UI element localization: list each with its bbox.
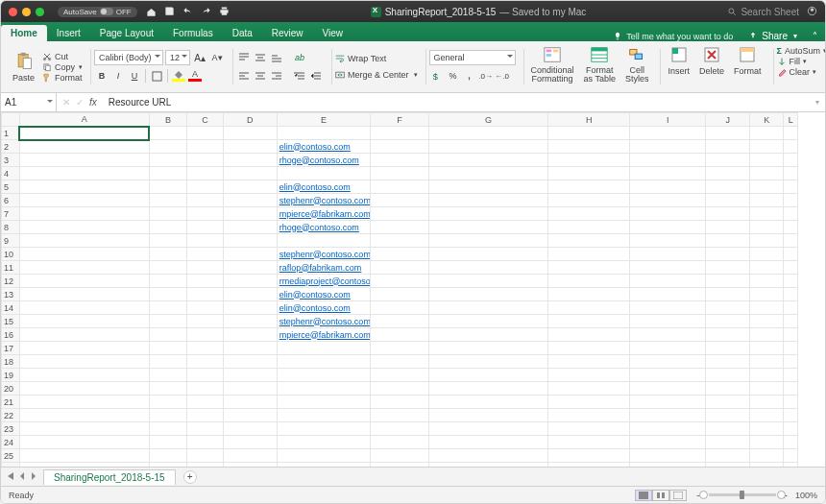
cell[interactable]: [371, 328, 428, 342]
cell[interactable]: stephenr@contoso.com: [277, 315, 371, 328]
cell[interactable]: [187, 463, 223, 468]
cell[interactable]: [630, 180, 706, 194]
cell[interactable]: [371, 127, 428, 140]
first-sheet-icon[interactable]: [7, 471, 14, 482]
expand-formula-bar-icon[interactable]: ▾: [810, 98, 825, 107]
cell[interactable]: [784, 167, 798, 180]
cell[interactable]: [371, 180, 428, 194]
cell[interactable]: [19, 422, 149, 436]
increase-decimal-icon[interactable]: .0→: [478, 68, 494, 84]
row-header[interactable]: 9: [2, 234, 20, 248]
cell[interactable]: [187, 369, 223, 382]
cell[interactable]: [19, 180, 149, 194]
zoom-slider[interactable]: [709, 493, 776, 496]
row-header[interactable]: 7: [2, 207, 20, 221]
cell[interactable]: [187, 328, 223, 342]
cell[interactable]: [149, 180, 186, 194]
cell[interactable]: [548, 355, 630, 369]
name-box[interactable]: A1: [1, 93, 57, 111]
cell[interactable]: [548, 369, 630, 382]
cell[interactable]: [371, 154, 428, 167]
cell[interactable]: [371, 382, 428, 396]
cell[interactable]: [187, 422, 223, 436]
cell[interactable]: [750, 180, 784, 194]
cell[interactable]: rhoge@contoso.com: [277, 221, 371, 234]
cell[interactable]: [187, 382, 223, 396]
cell[interactable]: [630, 463, 706, 468]
cell[interactable]: [784, 207, 798, 221]
ribbon-tab-page-layout[interactable]: Page Layout: [90, 25, 163, 41]
cell[interactable]: [784, 328, 798, 342]
cell[interactable]: [19, 396, 149, 409]
border-button[interactable]: [149, 68, 164, 84]
cell[interactable]: [630, 342, 706, 355]
cell[interactable]: [223, 463, 277, 468]
cell[interactable]: [784, 127, 798, 140]
cell[interactable]: [187, 315, 223, 328]
cell[interactable]: [371, 436, 428, 449]
cell[interactable]: [187, 167, 223, 180]
cell[interactable]: [149, 422, 186, 436]
row-header[interactable]: 16: [2, 328, 20, 342]
cell[interactable]: [630, 221, 706, 234]
cell[interactable]: [750, 409, 784, 422]
formula-input[interactable]: Resource URL: [103, 97, 810, 108]
cell[interactable]: [630, 422, 706, 436]
cell[interactable]: [750, 315, 784, 328]
increase-indent-icon[interactable]: [308, 68, 324, 84]
fx-icon[interactable]: fx: [89, 97, 97, 108]
column-header[interactable]: C: [187, 113, 223, 127]
undo-icon[interactable]: [182, 6, 193, 18]
cell[interactable]: [223, 328, 277, 342]
cell[interactable]: [149, 248, 186, 261]
cell[interactable]: [149, 396, 186, 409]
cell[interactable]: [371, 275, 428, 288]
cell[interactable]: [371, 409, 428, 422]
cell[interactable]: [277, 436, 371, 449]
account-icon[interactable]: [807, 6, 817, 18]
cell[interactable]: [223, 449, 277, 463]
cell[interactable]: [784, 315, 798, 328]
cell[interactable]: [187, 180, 223, 194]
cell[interactable]: [706, 355, 750, 369]
align-bottom-icon[interactable]: [269, 50, 284, 65]
cell[interactable]: [548, 275, 630, 288]
cell[interactable]: [19, 234, 149, 248]
cell[interactable]: [548, 248, 630, 261]
cell[interactable]: [428, 275, 548, 288]
home-icon[interactable]: [146, 7, 157, 17]
cell[interactable]: [187, 234, 223, 248]
cell[interactable]: [149, 315, 186, 328]
cell[interactable]: [187, 275, 223, 288]
cell[interactable]: [19, 194, 149, 207]
cell[interactable]: [750, 261, 784, 275]
cell[interactable]: [630, 382, 706, 396]
cell[interactable]: [223, 396, 277, 409]
cell[interactable]: [784, 382, 798, 396]
cell[interactable]: [19, 463, 149, 468]
cell[interactable]: [149, 463, 186, 468]
cell[interactable]: [149, 449, 186, 463]
cell[interactable]: [548, 436, 630, 449]
cell[interactable]: [371, 207, 428, 221]
column-header[interactable]: G: [428, 113, 548, 127]
cell[interactable]: [630, 194, 706, 207]
cell[interactable]: [277, 409, 371, 422]
percent-button[interactable]: %: [446, 68, 461, 84]
cell[interactable]: [750, 154, 784, 167]
sheet-tab[interactable]: SharingReport_2018-5-15: [43, 469, 176, 485]
cell[interactable]: [706, 328, 750, 342]
row-header[interactable]: 11: [2, 261, 20, 275]
ribbon-tab-view[interactable]: View: [313, 25, 353, 41]
cell[interactable]: [784, 422, 798, 436]
cell[interactable]: [750, 436, 784, 449]
cell[interactable]: [149, 301, 186, 315]
cell[interactable]: [548, 207, 630, 221]
cell[interactable]: [223, 355, 277, 369]
cell[interactable]: [187, 261, 223, 275]
align-left-icon[interactable]: [236, 68, 252, 84]
cell[interactable]: [149, 194, 186, 207]
align-right-icon[interactable]: [269, 68, 284, 84]
cell[interactable]: [223, 315, 277, 328]
cell[interactable]: [371, 396, 428, 409]
